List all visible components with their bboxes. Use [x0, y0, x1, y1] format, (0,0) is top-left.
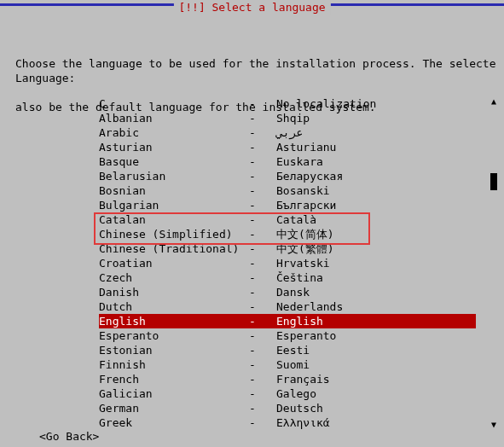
language-native-name: عربي — [276, 125, 476, 140]
language-option[interactable]: French-Français — [99, 372, 476, 386]
language-name: Belarusian — [99, 169, 249, 183]
language-option[interactable]: Chinese (Simplified)-中文(简体) — [99, 227, 476, 241]
language-native-name: Esperanto — [276, 328, 476, 343]
column-separator: - — [249, 198, 276, 212]
language-option[interactable]: Bosnian-Bosanski — [99, 183, 476, 198]
language-option[interactable]: Danish-Dansk — [99, 285, 476, 299]
language-native-name: No localization — [276, 96, 476, 111]
language-option[interactable]: Galician-Galego — [99, 386, 476, 401]
column-separator: - — [249, 140, 276, 154]
language-name: Catalan — [99, 212, 249, 227]
language-option[interactable]: C-No localization — [99, 96, 476, 111]
language-option[interactable]: Basque-Euskara — [99, 154, 476, 169]
language-option[interactable]: Croatian-Hrvatski — [99, 256, 476, 270]
language-native-name: English — [276, 314, 476, 328]
language-name: German — [99, 401, 249, 415]
language-name: C — [99, 96, 249, 111]
language-list[interactable]: C-No localizationAlbanian-ShqipArabic-عر… — [99, 96, 476, 430]
language-option[interactable]: Czech-Čeština — [99, 270, 476, 285]
installer-dialog: [!!] Select a language Choose the langua… — [0, 0, 504, 447]
language-native-name: Shqip — [276, 111, 476, 125]
scroll-thumb[interactable] — [490, 173, 497, 190]
language-option[interactable]: Bulgarian-Български — [99, 198, 476, 212]
language-native-name: Eesti — [276, 343, 476, 357]
language-name: Asturian — [99, 140, 249, 154]
language-name: Danish — [99, 285, 249, 299]
language-option[interactable]: Asturian-Asturianu — [99, 140, 476, 154]
language-native-name: 中文(简体) — [276, 227, 476, 241]
column-separator: - — [249, 154, 276, 169]
column-separator: - — [249, 270, 276, 285]
language-option[interactable]: Albanian-Shqip — [99, 111, 476, 125]
language-option[interactable]: Dutch-Nederlands — [99, 299, 476, 314]
column-separator: - — [249, 125, 276, 140]
language-native-name: Euskara — [276, 154, 476, 169]
language-name: Bulgarian — [99, 198, 249, 212]
instructions-line-1: Choose the language to be used for the i… — [15, 56, 504, 71]
language-native-name: Suomi — [276, 357, 476, 372]
language-name: Greek — [99, 415, 249, 430]
column-separator: - — [249, 227, 276, 241]
language-name: Croatian — [99, 256, 249, 270]
language-native-name: Hrvatski — [276, 256, 476, 270]
column-separator: - — [249, 241, 276, 256]
column-separator: - — [249, 357, 276, 372]
language-option[interactable]: Belarusian-Беларуская — [99, 169, 476, 183]
column-separator: - — [249, 343, 276, 357]
field-label-language: Language: — [15, 71, 75, 85]
language-name: Estonian — [99, 343, 249, 357]
language-native-name: Français — [276, 372, 476, 386]
column-separator: - — [249, 415, 276, 430]
column-separator: - — [249, 299, 276, 314]
language-option[interactable]: German-Deutsch — [99, 401, 476, 415]
column-separator: - — [249, 285, 276, 299]
column-separator: - — [249, 169, 276, 183]
language-native-name: Bosanski — [276, 183, 476, 198]
scrollbar[interactable]: ▲ ▼ — [490, 96, 497, 430]
language-option[interactable]: Catalan-Català — [99, 212, 476, 227]
language-option[interactable]: Estonian-Eesti — [99, 343, 476, 357]
column-separator: - — [249, 212, 276, 227]
language-option[interactable]: Finnish-Suomi — [99, 357, 476, 372]
language-name: Esperanto — [99, 328, 249, 343]
column-separator: - — [249, 183, 276, 198]
language-option[interactable]: English-English — [99, 314, 476, 328]
scroll-down-arrow-icon[interactable]: ▼ — [490, 420, 497, 430]
scroll-up-arrow-icon[interactable]: ▲ — [490, 96, 497, 107]
column-separator: - — [249, 372, 276, 386]
language-name: Chinese (Traditional) — [99, 241, 249, 256]
column-separator: - — [249, 96, 276, 111]
language-native-name: Беларуская — [276, 169, 476, 183]
language-option[interactable]: Esperanto-Esperanto — [99, 328, 476, 343]
language-name: French — [99, 372, 249, 386]
language-name: Albanian — [99, 111, 249, 125]
language-name: Galician — [99, 386, 249, 401]
language-native-name: Català — [276, 212, 476, 227]
language-name: Arabic — [99, 125, 249, 140]
language-native-name: Deutsch — [276, 401, 476, 415]
language-name: Czech — [99, 270, 249, 285]
language-option[interactable]: Greek-Ελληνικά — [99, 415, 476, 430]
language-name: Chinese (Simplified) — [99, 227, 249, 241]
language-name: Basque — [99, 154, 249, 169]
language-option[interactable]: Chinese (Traditional)-中文(繁體) — [99, 241, 476, 256]
language-native-name: Dansk — [276, 285, 476, 299]
column-separator: - — [249, 111, 276, 125]
language-native-name: Български — [276, 198, 476, 212]
language-native-name: Nederlands — [276, 299, 476, 314]
language-option[interactable]: Arabic-عربي — [99, 125, 476, 140]
language-native-name: Čeština — [276, 270, 476, 285]
language-name: Dutch — [99, 299, 249, 314]
column-separator: - — [249, 314, 276, 328]
language-native-name: Asturianu — [276, 140, 476, 154]
column-separator: - — [249, 386, 276, 401]
column-separator: - — [249, 256, 276, 270]
language-name: Finnish — [99, 357, 249, 372]
column-separator: - — [249, 328, 276, 343]
language-name: English — [99, 314, 249, 328]
language-native-name: 中文(繁體) — [276, 241, 476, 256]
language-native-name: Ελληνικά — [276, 415, 476, 430]
dialog-title: [!!] Select a language — [173, 0, 330, 15]
go-back-button[interactable]: <Go Back> — [39, 429, 99, 444]
language-native-name: Galego — [276, 386, 476, 401]
